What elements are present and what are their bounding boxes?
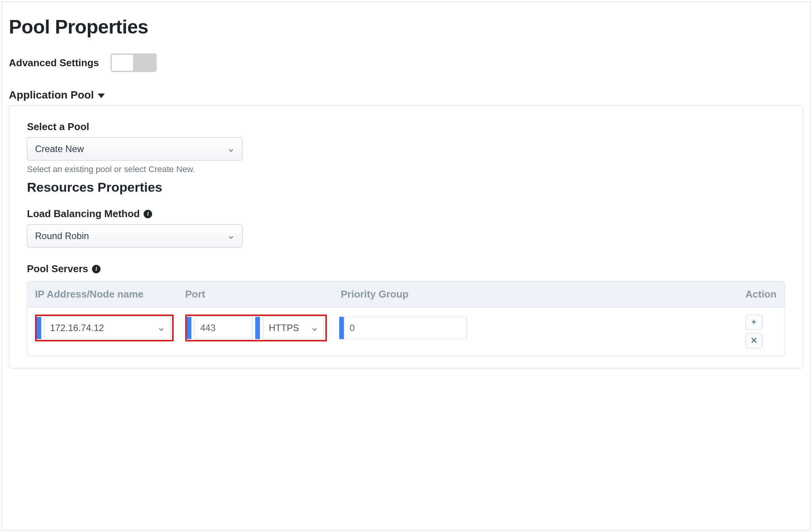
port-number-field[interactable]: 443 [194, 317, 252, 339]
advanced-settings-toggle[interactable] [110, 54, 157, 72]
th-port: Port [185, 288, 339, 300]
select-pool-label: Select a Pool [27, 121, 785, 133]
th-ip: IP Address/Node name [35, 288, 185, 300]
accent-stripe [187, 317, 191, 339]
port-number-value: 443 [200, 323, 216, 333]
pool-properties-panel: Pool Properties Advanced Settings Applic… [2, 2, 810, 530]
select-pool-value: Create New [35, 144, 84, 154]
pool-servers-table: IP Address/Node name Port Priority Group… [27, 281, 785, 356]
application-pool-section-toggle[interactable]: Application Pool [9, 89, 803, 101]
port-protocol-dropdown[interactable]: HTTPS [263, 317, 324, 339]
chevron-down-icon [158, 325, 165, 331]
resources-properties-heading: Resources Properties [27, 180, 785, 195]
cell-ip: 172.16.74.12 [35, 315, 185, 341]
lb-method-label-text: Load Balancing Method [27, 208, 140, 220]
row-action-buttons: + ✕ [745, 315, 777, 348]
info-icon[interactable]: i [92, 265, 100, 273]
toggle-handle [111, 54, 134, 71]
th-priority: Priority Group [341, 288, 480, 300]
ip-value: 172.16.74.12 [50, 323, 104, 333]
caret-down-icon [98, 94, 105, 98]
accent-stripe [37, 317, 41, 339]
cell-port: 443 HTTPS [185, 315, 339, 341]
load-balancing-method-label: Load Balancing Method i [27, 208, 785, 220]
lb-method-value: Round Robin [35, 231, 89, 241]
application-pool-panel: Select a Pool Create New Select an exist… [9, 105, 803, 368]
cell-action: + ✕ [745, 315, 777, 348]
chevron-down-icon [311, 325, 318, 331]
page-title: Pool Properties [9, 16, 803, 38]
close-icon: ✕ [750, 336, 757, 346]
pool-servers-label-text: Pool Servers [27, 263, 88, 275]
accent-stripe [339, 317, 344, 339]
chevron-down-icon [228, 233, 234, 239]
pool-servers-label: Pool Servers i [27, 263, 785, 275]
priority-group-field[interactable]: 0 [344, 317, 467, 339]
ip-address-field[interactable]: 172.16.74.12 [44, 317, 171, 339]
add-row-button[interactable]: + [745, 315, 762, 330]
select-pool-dropdown[interactable]: Create New [27, 137, 243, 161]
advanced-settings-row: Advanced Settings [9, 54, 803, 72]
info-icon[interactable]: i [144, 210, 152, 218]
load-balancing-method-dropdown[interactable]: Round Robin [27, 224, 243, 248]
port-highlight: 443 HTTPS [185, 315, 327, 341]
remove-row-button[interactable]: ✕ [745, 333, 762, 348]
priority-group-wrap: 0 [339, 315, 479, 341]
priority-value: 0 [350, 323, 355, 333]
th-action: Action [745, 288, 777, 300]
application-pool-label: Application Pool [9, 89, 94, 101]
ip-highlight: 172.16.74.12 [35, 315, 174, 341]
cell-priority: 0 [339, 315, 479, 341]
table-row: 172.16.74.12 443 [27, 308, 785, 356]
select-pool-hint: Select an existing pool or select Create… [27, 164, 785, 174]
chevron-down-icon [228, 146, 234, 152]
plus-icon: + [752, 317, 757, 327]
table-header-row: IP Address/Node name Port Priority Group… [27, 281, 785, 308]
port-protocol-value: HTTPS [269, 323, 299, 333]
advanced-settings-label: Advanced Settings [9, 57, 99, 69]
accent-stripe [255, 317, 260, 339]
